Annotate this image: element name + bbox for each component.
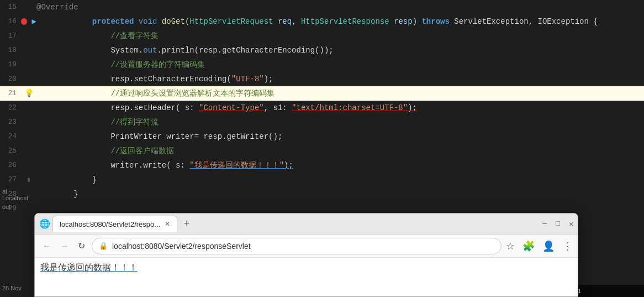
new-tab-button[interactable]: + (180, 217, 194, 231)
browser-globe-icon: 🌐 (39, 218, 50, 230)
line-num-27: 27 (0, 173, 21, 187)
line-num-17: 17 (0, 29, 21, 43)
forward-button[interactable]: → (58, 240, 71, 252)
code-line-28: 28 } (0, 187, 644, 201)
line-num-25: 25 (0, 144, 21, 158)
line-num-21: 21 (0, 86, 21, 101)
line-num-15: 15 (0, 0, 21, 14)
scroll-indicator (28, 178, 30, 182)
gutter-21: 💡 (21, 86, 36, 101)
line-num-22: 22 (0, 101, 21, 115)
menu-icon[interactable]: ⋮ (562, 240, 572, 252)
browser-titlebar: 🌐 localhost:8080/Servlet2/respo... ✕ + —… (35, 213, 578, 235)
refresh-button[interactable]: ↻ (76, 239, 87, 252)
profile-icon[interactable]: 👤 (542, 240, 555, 252)
lock-icon: 🔒 (99, 242, 108, 250)
back-button[interactable]: ← (40, 240, 54, 252)
gutter-16: ▶ (21, 14, 36, 29)
line-num-19: 19 (0, 58, 21, 72)
breakpoint-icon (21, 18, 27, 25)
browser-popup: 🌐 localhost:8080/Servlet2/respo... ✕ + —… (34, 213, 578, 297)
line-num-23: 23 (0, 115, 21, 129)
page-content-text: 我是传递回的数据！！！ (40, 262, 138, 274)
tab-title: localhost:8080/Servlet2/respo... (60, 220, 160, 228)
browser-tab[interactable]: localhost:8080/Servlet2/respo... ✕ (52, 216, 177, 232)
line-num-16: 16 (0, 14, 21, 29)
browser-actions: ☆ 🧩 👤 ⋮ (506, 240, 572, 252)
browser-window-controls: — □ ✕ (543, 220, 573, 228)
close-button[interactable]: ✕ (569, 220, 573, 228)
code-lines: 15 @Override 16 ▶ protected void doGet(H… (0, 0, 644, 216)
at-localhost-label: at Localhost (0, 187, 34, 202)
line-content-28: } (36, 173, 644, 216)
lightbulb-icon[interactable]: 💡 (24, 86, 34, 101)
address-text: localhost:8080/Servlet2/responseServlet (112, 242, 494, 251)
browser-content: 我是传递回的数据！！！ (35, 258, 578, 297)
nov-label: 28 Nov (0, 284, 24, 293)
line-num-26: 26 (0, 158, 21, 173)
code-editor: 15 @Override 16 ▶ protected void doGet(H… (0, 0, 644, 297)
line-num-18: 18 (0, 43, 21, 58)
extensions-icon[interactable]: 🧩 (522, 240, 535, 252)
side-labels: at Localhost out (0, 187, 34, 211)
out-label: out (0, 202, 34, 211)
address-box[interactable]: 🔒 localhost:8080/Servlet2/responseServle… (92, 238, 502, 254)
debug-arrow-icon: ▶ (32, 14, 36, 29)
line-num-20: 20 (0, 72, 21, 86)
line-num-24: 24 (0, 129, 21, 144)
browser-addressbar: ← → ↻ 🔒 localhost:8080/Servlet2/response… (35, 235, 578, 258)
maximize-button[interactable]: □ (556, 220, 560, 228)
minimize-button[interactable]: — (543, 220, 547, 228)
tab-close-button[interactable]: ✕ (165, 220, 170, 228)
gutter-27 (21, 178, 36, 182)
star-icon[interactable]: ☆ (506, 240, 515, 252)
